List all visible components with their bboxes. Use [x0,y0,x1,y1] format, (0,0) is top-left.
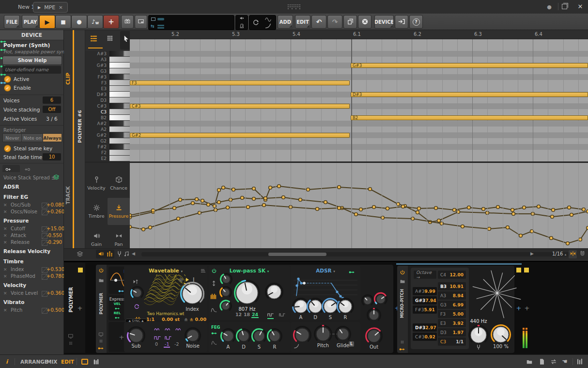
play-menu-button[interactable]: PLAY [22,15,39,29]
env-curve-knob[interactable] [293,325,312,345]
automation-write-icon[interactable] [265,23,271,29]
filter-type-selector[interactable]: Low-pass SK ▾ [230,268,269,273]
chain-gain-knob[interactable] [373,292,388,306]
piano-key-c#3[interactable] [109,103,130,109]
tune-row-c3[interactable]: C31/1 [438,337,466,346]
note-link-icon[interactable] [124,251,130,257]
mod-amount[interactable]: +0.360 [46,290,61,296]
automation-follow-icon[interactable] [265,16,271,23]
layered-editing-icon[interactable] [77,251,83,257]
env-release-knob[interactable] [336,297,355,316]
env-type-selector[interactable]: ADSR ▾ [316,268,335,273]
record-button[interactable]: ● [71,15,87,29]
track-name-strip[interactable]: POLYMER #6 [74,30,85,248]
remove-modulation-icon[interactable]: ✕ [3,233,7,238]
mod-amount[interactable]: +0.780 [46,273,61,279]
piano-key-f3[interactable] [109,80,130,86]
file-menu-button[interactable]: FILE [4,15,20,29]
note-g#2[interactable]: G#2 [130,133,350,138]
voices-value[interactable]: 6 [43,96,61,104]
sub-octave--1[interactable]: -1 [164,341,170,348]
remove-modulation-icon[interactable]: ✕ [3,203,7,208]
sub-octave--2[interactable]: -2 [173,341,180,347]
feg-decay-knob[interactable] [235,328,252,344]
retrigger-option-always[interactable]: Always [43,133,62,142]
tune-row-ds3[interactable]: D#32.97 [413,323,437,332]
tune-row-as3[interactable]: A#39.99 [413,287,437,295]
minimize-button[interactable]: ● [545,3,553,11]
note-editor-view-button[interactable] [90,35,97,42]
device-menu-button[interactable]: DEVICE [374,15,394,29]
show-help-button[interactable]: Show Help [2,56,62,65]
mod-amount[interactable]: -0.290 [46,240,61,245]
keyboard-icon[interactable] [210,293,217,299]
stop-button[interactable]: ■ [55,15,71,29]
steal-fade-value[interactable]: 10 [43,153,61,160]
mod-amount[interactable]: +0.530 [46,267,61,272]
voice-stacking-value[interactable]: Off [43,106,61,113]
osc-semitones[interactable]: 0.00 st [162,317,180,322]
remove-modulation-icon[interactable]: ✕ [3,291,7,296]
micropitch-device-name[interactable]: MICRO-PITCH [400,289,404,318]
piano-key-g#2[interactable] [109,132,130,138]
io-panel-icon[interactable] [550,358,557,365]
piano-key-a#3[interactable] [109,51,130,57]
filter-drive-knob[interactable] [219,272,233,286]
folder-icon[interactable] [98,277,104,283]
piano-key-a#2[interactable] [109,121,130,127]
mod-amount[interactable]: +0.500 [46,307,61,313]
track-color-swatch[interactable] [78,268,83,272]
ref-freq-knob-value[interactable]: 440 Hz [470,319,487,324]
tune-row-b3[interactable]: B310.91 [438,282,466,290]
piano-key-g#3[interactable] [109,63,130,68]
noise-knob[interactable] [184,327,201,344]
mod-sources-tab[interactable] [2,165,20,172]
snap-value[interactable]: 1/16 ▴ [552,251,566,256]
edit-menu-button[interactable]: EDIT [295,15,310,29]
view-edit[interactable]: EDIT [61,359,74,365]
punch-out-button[interactable] [135,15,147,29]
steal-same-key-checkbox[interactable]: ✓ [4,145,11,152]
loop-icon[interactable] [252,19,260,26]
note-grid-rows[interactable]: F3C#3G#2G#3D#3B2 [130,39,588,161]
filter-slope-18[interactable]: 18 [243,312,250,317]
power-icon[interactable] [211,268,217,274]
retrigger-option-never[interactable]: Never [2,133,22,142]
piano-key-e2[interactable] [109,156,130,161]
chain-pan-knob[interactable] [366,307,382,323]
mod-amount[interactable]: -0.550 [46,233,61,238]
expression-tool-timbre[interactable]: Timbre [85,198,108,225]
note-b2[interactable]: B2 [351,115,588,120]
inspector-header[interactable]: DEVICE [0,30,63,40]
single-panel-layout-button[interactable] [81,359,88,365]
overdub-button[interactable]: ♪w [87,15,103,29]
punch-in-button[interactable] [121,15,134,29]
filter-env-knob[interactable] [219,299,232,313]
device-name-input[interactable]: User-defined name [2,66,61,74]
expression-tool-pressure[interactable]: Pressure [108,198,130,225]
osc-type-selector[interactable]: Wavetable ▾ [149,268,183,273]
tab-clip[interactable]: CLIP [65,73,71,85]
feg-attack-knob[interactable] [220,328,236,344]
mod-targets-tab[interactable] [21,165,39,172]
piano-key-d#3[interactable] [109,92,130,97]
mod-out-icon[interactable] [98,345,104,352]
loop-automation-box[interactable] [249,15,276,30]
undo-button[interactable]: ↶ [311,15,326,29]
osc-index-knob[interactable] [180,281,205,306]
monitor-icon[interactable] [68,333,74,339]
sub-knob[interactable] [126,326,146,345]
touch-panel-icon[interactable]: ☚ [562,358,568,365]
piano-key-f#3[interactable] [109,74,130,80]
tune-row-fs3[interactable]: F#35.91 [413,305,437,314]
ref-freq-knob[interactable] [468,324,489,346]
remove-modulation-icon[interactable]: ✕ [3,308,7,313]
filter-res-knob[interactable] [264,282,284,302]
insert-device-button[interactable] [395,15,408,29]
enable-checkbox[interactable]: ✓ [4,84,11,92]
chain-out-knob[interactable] [365,327,383,345]
grid-dots-icon[interactable] [68,340,74,346]
mix-knob[interactable] [490,324,511,345]
mod-out-icon[interactable] [211,330,217,336]
tune-row-g3[interactable]: G36.99 [438,301,466,309]
